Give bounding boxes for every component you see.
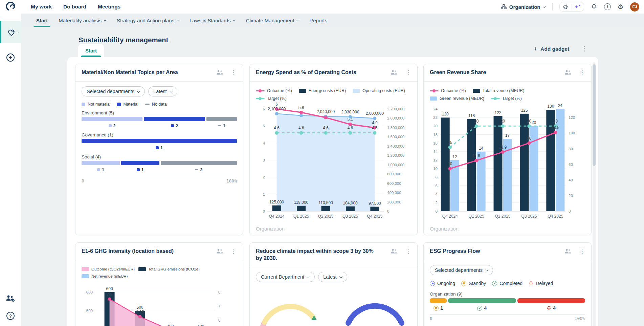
svg-text:Q4 2025: Q4 2025 (367, 214, 382, 219)
legend-item[interactable]: No data (145, 102, 167, 107)
progress-segment-completed[interactable] (448, 298, 516, 303)
subnav-item-climate-management[interactable]: Climate Management (241, 14, 304, 27)
legend-item-delayed[interactable]: Delayed (529, 281, 553, 286)
kebab-menu-icon[interactable]: ⋮ (405, 69, 411, 75)
subnav-item-strategy-and-action-plans[interactable]: Strategy and Action plans (111, 14, 184, 27)
bar-segment-material[interactable] (121, 161, 159, 165)
topnav-item-my-work[interactable]: My work (31, 4, 52, 10)
svg-text:2: 2 (263, 175, 265, 179)
legend-item[interactable]: Net revenue (mEUR) (82, 274, 128, 278)
value-swatch (97, 168, 100, 171)
left-sidebar: › + ? (0, 14, 21, 326)
svg-text:130: 130 (547, 104, 554, 109)
period-filter-dropdown[interactable]: Latest (318, 272, 347, 282)
legend-label: Delayed (536, 281, 553, 286)
sparkles-icon: ✦✦ (575, 4, 581, 9)
notifications-bell-icon[interactable] (591, 3, 597, 10)
value-swatch (137, 168, 140, 171)
department-filter-dropdown[interactable]: Current Department (256, 272, 315, 282)
user-avatar[interactable]: EJ (630, 2, 639, 12)
chart-legend: Outcome (%)Energy costs (EUR)Operating c… (256, 88, 411, 101)
legend-item[interactable]: Not material (82, 102, 110, 107)
people-group-icon[interactable] (216, 248, 223, 254)
topnav-item-meetings[interactable]: Meetings (98, 4, 120, 10)
legend-item[interactable]: Energy costs (EUR) (299, 88, 346, 93)
bar-segment-no-data[interactable] (161, 161, 237, 165)
card-title: Energy Spend as % of Operating Costs (256, 69, 356, 76)
progress-segment-delayed[interactable] (517, 298, 585, 303)
legend-item[interactable]: Outcome (tCO2e/mEUR) (82, 267, 135, 271)
sidebar-item-sustainability[interactable]: › (0, 21, 21, 43)
chart-legend: Outcome (tCO2e/mEUR)Total GHG emissions … (82, 267, 237, 278)
info-icon[interactable]: i (604, 3, 611, 10)
sidebar-add-button[interactable]: + (0, 51, 21, 64)
legend-item-completed[interactable]: ✓ Completed (492, 281, 523, 286)
subnav-item-reports[interactable]: Reports (304, 14, 333, 27)
legend-label: Operating costs (EUR) (362, 88, 405, 93)
add-gadget-button[interactable]: + Add gadget (534, 45, 569, 53)
tab-start[interactable]: Start (78, 44, 104, 57)
app-logo[interactable] (0, 2, 21, 12)
legend-item[interactable]: Outcome (%) (430, 88, 466, 93)
legend-item[interactable]: Target (%) (491, 96, 522, 101)
legend-item[interactable]: Total GHG emissions (tCO2e) (138, 267, 200, 271)
bar-segment-no-data[interactable] (206, 117, 237, 121)
svg-text:20: 20 (569, 194, 573, 198)
kebab-menu-icon[interactable]: ⋮ (231, 69, 237, 75)
subnav-item-start[interactable]: Start (31, 14, 53, 27)
help-icon[interactable]: ? (6, 312, 15, 320)
legend-item-ongoing[interactable]: Ongoing (430, 281, 455, 286)
kebab-menu-icon[interactable]: ⋮ (231, 248, 237, 254)
legend-item[interactable]: Target (%) (256, 96, 287, 101)
department-filter-dropdown[interactable]: Selected departments (82, 86, 145, 96)
people-group-icon[interactable] (564, 70, 572, 75)
bell-icon (547, 306, 551, 310)
svg-text:18.5: 18.5 (552, 125, 560, 130)
svg-text:400,000: 400,000 (387, 191, 401, 195)
people-group-icon[interactable] (564, 248, 572, 254)
subnav-item-materiality-analysis[interactable]: Materiality analysis (53, 14, 111, 27)
dashboard-kebab-menu[interactable]: ⋮ (581, 45, 587, 52)
legend-item[interactable]: Green revenue (MEUR) (430, 96, 484, 101)
ghg-intensity-chart: 0100200300400500600876543210600500400400… (82, 280, 237, 326)
chevron-down-icon (485, 268, 489, 271)
department-filter-dropdown[interactable]: Selected departments (430, 265, 493, 275)
svg-text:4.6: 4.6 (298, 126, 304, 130)
segment-value: 2 (82, 123, 142, 129)
kebab-menu-icon[interactable]: ⋮ (405, 248, 411, 254)
svg-text:18: 18 (433, 133, 438, 137)
scrollbar-thumb[interactable] (593, 64, 596, 166)
org-switcher[interactable]: Organization (501, 4, 546, 10)
svg-text:110,500: 110,500 (318, 200, 333, 205)
announcements-ai-pill[interactable]: ✦✦ (559, 2, 584, 12)
card-energy-spend: Energy Spend as % of Operating Costs ⋮ O… (249, 64, 418, 235)
bar-segment-material[interactable] (144, 117, 205, 121)
bar-segment-not-material[interactable] (82, 117, 142, 121)
top-bar: My workDo boardMeetings Organization ✦✦ (0, 0, 644, 14)
kebab-menu-icon[interactable]: ⋮ (579, 248, 585, 254)
people-group-icon[interactable] (390, 248, 398, 254)
legend-item[interactable]: Operating costs (EUR) (353, 88, 405, 93)
settings-gear-icon[interactable]: ⚙ (618, 4, 623, 10)
user-management-icon[interactable] (5, 295, 16, 302)
segment-value: 1 (121, 167, 159, 173)
people-group-icon[interactable] (390, 70, 398, 75)
legend-item[interactable]: Material (117, 102, 138, 107)
kebab-menu-icon[interactable]: ⋮ (579, 69, 585, 75)
bar-segment-material[interactable] (82, 139, 237, 143)
legend-item[interactable]: Total revenue (MEUR) (473, 88, 525, 93)
divider (552, 3, 553, 10)
svg-text:20: 20 (433, 124, 438, 128)
topnav-item-do-board[interactable]: Do board (63, 4, 86, 10)
ghg-intensity-svg: 0100200300400500600876543210600500400400… (82, 280, 238, 326)
subnav-item-laws-standards[interactable]: Laws & Standards (184, 14, 241, 27)
bar-segment-not-material[interactable] (82, 161, 120, 165)
period-filter-dropdown[interactable]: Latest (148, 86, 177, 96)
legend-item-standby[interactable]: Standby (461, 281, 486, 286)
legend-label: Green revenue (MEUR) (440, 96, 484, 101)
progress-segment-standby[interactable] (430, 298, 447, 303)
legend-label: Target (%) (502, 96, 522, 101)
green-revenue-chart: 024681012141618202224120100806040200Q4 2… (430, 102, 585, 223)
legend-item[interactable]: Outcome (%) (256, 88, 292, 93)
people-group-icon[interactable] (216, 70, 223, 75)
